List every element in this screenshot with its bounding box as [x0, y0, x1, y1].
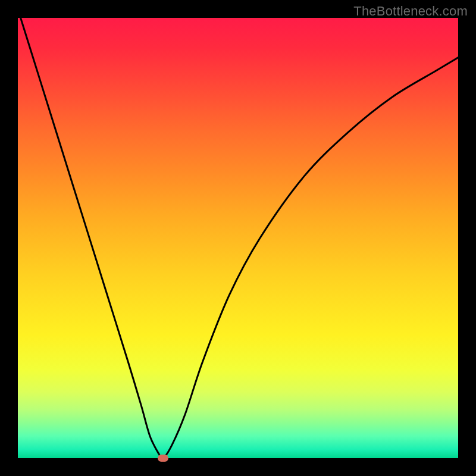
- curve-svg: [18, 18, 458, 458]
- outer-frame: TheBottleneck.com: [0, 0, 476, 476]
- watermark-text: TheBottleneck.com: [353, 4, 468, 19]
- optimum-marker: [158, 455, 168, 462]
- plot-area: [18, 18, 458, 458]
- bottleneck-curve-path: [18, 9, 458, 459]
